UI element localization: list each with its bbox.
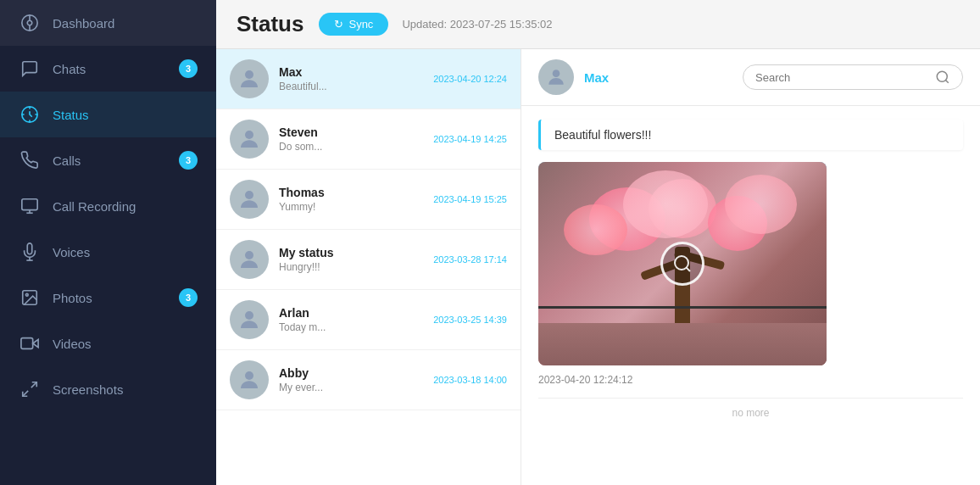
- status-list-item[interactable]: Thomas Yummy! 2023-04-19 15:25: [216, 170, 521, 230]
- svg-point-1: [27, 20, 32, 25]
- dashboard-icon: [19, 12, 41, 34]
- avatar: [230, 360, 269, 399]
- svg-line-15: [23, 391, 28, 396]
- svg-point-16: [245, 70, 253, 79]
- item-name: Abby: [279, 366, 426, 380]
- search-box[interactable]: [743, 64, 963, 90]
- page-header: Status ↻ Sync Updated: 2023-07-25 15:35:…: [216, 0, 980, 49]
- photos-label: Photos: [53, 291, 179, 305]
- updated-timestamp: Updated: 2023-07-25 15:35:02: [402, 18, 552, 31]
- item-name: Max: [279, 65, 426, 79]
- sync-label: Sync: [348, 18, 373, 31]
- search-button[interactable]: [935, 70, 950, 85]
- blossom-4: [623, 170, 708, 238]
- calls-badge: 3: [179, 151, 198, 170]
- videos-icon: [19, 332, 41, 354]
- item-time: 2023-04-19 15:25: [433, 194, 507, 204]
- calls-icon: [19, 149, 41, 171]
- item-info: Abby My ever...: [279, 366, 426, 393]
- item-preview: Today m...: [279, 321, 426, 333]
- play-overlay[interactable]: [660, 242, 704, 286]
- screenshots-icon: [19, 378, 41, 400]
- item-name: My status: [279, 246, 426, 259]
- svg-rect-5: [22, 199, 37, 210]
- photos-icon: [19, 287, 41, 309]
- photos-badge: 3: [179, 288, 198, 307]
- svg-point-17: [245, 131, 253, 139]
- sync-button[interactable]: ↻ Sync: [319, 13, 388, 36]
- sidebar: Dashboard Chats 3 Status Calls 3: [0, 0, 216, 485]
- sidebar-item-dashboard[interactable]: Dashboard: [0, 0, 216, 46]
- item-info: Max Beautiful...: [279, 65, 426, 92]
- sync-icon: ↻: [334, 18, 343, 31]
- status-timestamp: 2023-04-20 12:24:12: [538, 374, 963, 386]
- sidebar-item-calls[interactable]: Calls 3: [0, 137, 216, 183]
- item-info: Steven Do som...: [279, 125, 426, 153]
- detail-panel: Max Beautiful flowers!!!: [521, 49, 980, 485]
- item-preview: Hungry!!!: [279, 261, 426, 273]
- fence: [538, 306, 827, 332]
- detail-name: Max: [584, 70, 743, 85]
- main-area: Status ↻ Sync Updated: 2023-07-25 15:35:…: [216, 0, 980, 485]
- sidebar-item-voices[interactable]: Voices: [0, 229, 216, 275]
- avatar: [230, 120, 269, 159]
- item-info: Arlan Today m...: [279, 306, 426, 333]
- avatar: [230, 240, 269, 279]
- search-input[interactable]: [755, 71, 935, 84]
- blossom-5: [564, 204, 627, 255]
- svg-line-24: [945, 80, 948, 82]
- status-list-item[interactable]: Abby My ever... 2023-03-18 14:00: [216, 350, 521, 410]
- item-preview: Do som...: [279, 141, 426, 153]
- status-icon: [19, 103, 41, 125]
- svg-point-21: [245, 371, 253, 380]
- avatar: [230, 59, 269, 98]
- sidebar-item-call-recording[interactable]: Call Recording: [0, 183, 216, 229]
- svg-point-22: [553, 70, 560, 77]
- svg-point-23: [937, 71, 947, 81]
- svg-point-11: [25, 293, 28, 296]
- status-message: Beautiful flowers!!!: [538, 120, 963, 150]
- status-label: Status: [53, 108, 198, 122]
- status-list-item[interactable]: Steven Do som... 2023-04-19 14:25: [216, 109, 521, 170]
- svg-point-19: [245, 251, 253, 259]
- avatar: [230, 180, 269, 219]
- item-preview: Yummy!: [279, 201, 426, 213]
- item-time: 2023-03-28 17:14: [433, 254, 507, 265]
- svg-point-20: [245, 311, 253, 320]
- item-time: 2023-04-19 14:25: [433, 134, 507, 144]
- dashboard-label: Dashboard: [53, 16, 198, 31]
- item-name: Steven: [279, 125, 426, 139]
- item-name: Thomas: [279, 186, 426, 199]
- videos-label: Videos: [53, 337, 198, 351]
- sidebar-item-videos[interactable]: Videos: [0, 321, 216, 366]
- item-time: 2023-04-20 12:24: [433, 74, 507, 84]
- sidebar-item-photos[interactable]: Photos 3: [0, 275, 216, 321]
- sidebar-item-screenshots[interactable]: Screenshots: [0, 366, 216, 412]
- chats-badge: 3: [179, 59, 198, 78]
- call-recording-icon: [19, 195, 41, 217]
- status-list-item[interactable]: Arlan Today m... 2023-03-25 14:39: [216, 290, 521, 350]
- call-recording-label: Call Recording: [53, 199, 198, 214]
- voices-icon: [19, 241, 41, 263]
- detail-avatar: [538, 59, 574, 95]
- svg-rect-13: [21, 338, 33, 349]
- item-name: Arlan: [279, 306, 426, 320]
- item-time: 2023-03-18 14:00: [433, 375, 507, 385]
- voices-label: Voices: [53, 245, 198, 259]
- svg-marker-12: [33, 339, 38, 347]
- status-list: Max Beautiful... 2023-04-20 12:24 Steven…: [216, 49, 521, 485]
- item-time: 2023-03-25 14:39: [433, 315, 507, 325]
- item-info: Thomas Yummy!: [279, 186, 426, 213]
- calls-label: Calls: [53, 153, 179, 168]
- status-list-item[interactable]: My status Hungry!!! 2023-03-28 17:14: [216, 230, 521, 290]
- avatar: [230, 300, 269, 339]
- sidebar-item-chats[interactable]: Chats 3: [0, 46, 216, 92]
- chats-label: Chats: [53, 62, 179, 76]
- svg-line-26: [687, 268, 690, 271]
- svg-point-25: [675, 256, 688, 270]
- item-info: My status Hungry!!!: [279, 246, 426, 273]
- detail-header: Max: [521, 49, 980, 106]
- sidebar-item-status[interactable]: Status: [0, 92, 216, 137]
- item-preview: My ever...: [279, 382, 426, 393]
- status-list-item[interactable]: Max Beautiful... 2023-04-20 12:24: [216, 49, 521, 109]
